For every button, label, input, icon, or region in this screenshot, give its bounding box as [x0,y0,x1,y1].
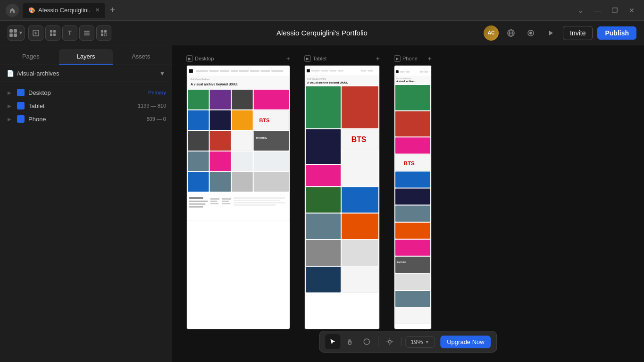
layer-type-icon [17,89,25,96]
layer-item-phone[interactable]: ▶ Phone 809 — 0 [0,112,172,126]
comment-tool[interactable] [359,334,374,349]
svg-rect-116 [395,206,430,222]
svg-rect-123 [395,308,430,324]
select-tool[interactable] [325,334,340,349]
frame-add-icon[interactable]: + [376,55,380,62]
dropdown-icon[interactable]: ⌄ [574,4,587,17]
path-text: /visual-archives [17,70,59,77]
frame-add-icon[interactable]: + [428,55,432,62]
svg-rect-51 [188,152,209,171]
browser-chrome: 🎨 Alessio Cerquiglini. ✕ + ⌄ — ❐ ✕ [0,0,644,21]
canvas-area[interactable]: ▶ Desktop + [172,45,644,362]
component-button[interactable] [96,25,111,41]
sidebar-tab-bar: Pages Layers Assets [0,45,172,65]
svg-rect-70 [234,197,285,199]
svg-rect-115 [395,188,430,204]
tab-layers[interactable]: Layers [59,49,113,65]
svg-rect-17 [104,34,107,36]
logo-button[interactable]: ▼ [8,25,25,41]
path-label: 📄 /visual-archives [7,70,59,77]
svg-rect-3 [14,34,17,37]
tab-title: Alessio Cerquiglini. [38,7,91,14]
frame-label-tablet: ▶ Tablet + [304,55,380,62]
svg-rect-79 [338,70,343,71]
frame-label-left: ▶ Tablet [304,55,326,62]
new-tab-button[interactable]: + [107,5,118,16]
tab-close-icon[interactable]: ✕ [95,7,100,13]
svg-rect-96 [306,240,341,266]
svg-rect-25 [189,69,193,73]
browser-tab-active[interactable]: 🎨 Alessio Cerquiglini. ✕ [23,3,105,18]
svg-rect-85 [306,86,341,128]
svg-rect-77 [321,70,328,71]
svg-rect-31 [250,70,259,72]
svg-text:A visual archive...: A visual archive... [396,80,416,83]
zoom-selector[interactable]: 19% ▼ [405,336,435,348]
layer-name-desktop: Desktop [28,89,144,96]
svg-text:PARTURE: PARTURE [397,261,406,263]
text-button[interactable]: T [62,25,77,41]
svg-text:A visual archive beyond UX/UI.: A visual archive beyond UX/UI. [191,83,238,86]
svg-rect-38 [210,90,231,109]
svg-rect-73 [234,204,276,206]
svg-point-125 [364,339,369,345]
svg-rect-69 [222,203,230,204]
zoom-level: 19% [410,338,423,345]
frame-play-icon[interactable]: ▶ [304,55,311,62]
svg-rect-0 [9,29,13,33]
zoom-chevron-icon: ▼ [425,339,429,345]
svg-rect-43 [232,110,253,130]
svg-rect-119 [395,257,430,273]
svg-text:BTS: BTS [351,135,367,143]
svg-rect-2 [9,34,13,37]
svg-point-22 [529,32,532,34]
frame-play-icon[interactable]: ▶ [394,55,401,62]
svg-rect-49 [254,131,289,151]
svg-rect-64 [210,198,220,200]
toolbar-divider2 [401,337,401,346]
svg-rect-48 [232,131,253,151]
maximize-button[interactable]: ❐ [608,4,621,17]
play-icon[interactable] [543,25,558,41]
svg-rect-9 [50,34,52,36]
sidebar: Pages Layers Assets 📄 /visual-archives ▼… [0,45,172,362]
frame-preview-tablet: ▶ Tablet + [304,55,380,329]
layer-item-desktop[interactable]: ▶ Desktop Primary [0,86,172,99]
frame-play-icon[interactable]: ▶ [186,55,193,62]
path-chevron-icon[interactable]: ▼ [159,70,165,77]
project-title: Alessio Cerquiglini's Portfolio [276,29,368,37]
layer-type-icon [17,115,25,123]
invite-button[interactable]: Invite [563,26,593,40]
add-element-button[interactable] [28,25,43,41]
record-icon[interactable] [523,25,538,41]
tab-assets[interactable]: Assets [114,49,168,65]
svg-rect-12 [84,33,90,34]
svg-marker-23 [549,31,553,35]
layer-expand-icon: ▶ [8,103,13,109]
close-button[interactable]: ✕ [625,4,638,17]
sidebar-path-bar: 📄 /visual-archives ▼ [0,65,172,82]
svg-rect-67 [222,198,231,200]
layer-item-tablet[interactable]: ▶ Tablet 1199 — 810 [0,99,172,112]
frame-add-icon[interactable]: + [286,55,290,62]
svg-rect-71 [234,200,280,201]
grid-button[interactable] [45,25,60,41]
layer-badge-tablet: 1199 — 810 [138,103,166,109]
avatar-initials: AC [488,30,494,35]
browser-home-button[interactable] [6,4,19,17]
svg-text:Full Visual Archive: Full Visual Archive [191,78,210,81]
publish-button[interactable]: Publish [597,26,636,40]
desktop-frame-box: Full Visual Archive A visual archive bey… [186,65,290,329]
hand-tool[interactable] [342,334,357,349]
file-icon: 📄 [7,70,14,77]
minimize-button[interactable]: — [591,4,604,17]
svg-rect-97 [342,240,378,266]
tab-pages[interactable]: Pages [4,49,58,65]
svg-text:BTS: BTS [259,118,270,123]
layer-name-tablet: Tablet [28,102,134,109]
brightness-tool[interactable] [382,334,397,349]
upgrade-button[interactable]: Upgrade Now [440,336,491,348]
globe-icon[interactable] [503,25,519,41]
svg-rect-88 [306,165,341,186]
list-button[interactable] [79,25,94,41]
